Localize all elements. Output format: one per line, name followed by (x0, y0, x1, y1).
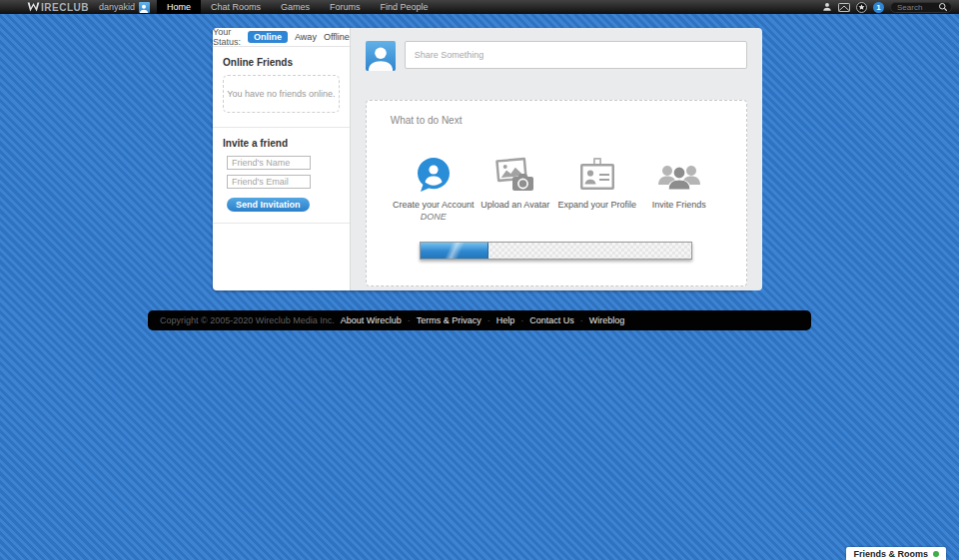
username-label[interactable]: danyakid (99, 2, 135, 12)
user-avatar[interactable] (366, 41, 396, 71)
footer-link-terms[interactable]: Terms & Privacy (417, 315, 481, 325)
status-label: Your Status: (213, 27, 241, 47)
send-invitation-button[interactable]: Send Invitation (227, 198, 310, 212)
todo-expand-profile[interactable]: Expand your Profile (556, 155, 638, 223)
footer-link-about[interactable]: About Wireclub (341, 315, 402, 325)
mail-icon[interactable] (838, 3, 850, 12)
nav-item-find-people[interactable]: Find People (371, 0, 439, 14)
status-away-button[interactable]: Away (295, 32, 317, 42)
todo-create-account[interactable]: Create your Account DONE (393, 155, 475, 223)
main-panel: Your Status: Online Away Offline Online … (213, 28, 752, 290)
nav-item-chat-rooms[interactable]: Chat Rooms (201, 0, 271, 14)
chat-bubble-person-icon (417, 155, 451, 193)
profile-progress-bar (420, 242, 692, 260)
todo-label: Upload an Avatar (480, 200, 549, 210)
status-online-button[interactable]: Online (248, 31, 288, 43)
share-something-input[interactable] (405, 41, 747, 69)
nav-item-games[interactable]: Games (271, 0, 320, 14)
no-friends-message: You have no friends online. (227, 89, 335, 99)
nav-item-forums[interactable]: Forums (320, 0, 371, 14)
friend-name-input[interactable] (227, 156, 311, 170)
todo-label: Expand your Profile (557, 200, 636, 210)
footer-separator: · (580, 315, 583, 325)
no-friends-message-box: You have no friends online. (223, 75, 340, 113)
footer-separator: · (487, 315, 490, 325)
invite-friend-title: Invite a friend (223, 138, 340, 149)
footer-link-help[interactable]: Help (496, 315, 515, 325)
what-to-do-next-box: What to do Next Create your Account DONE (366, 100, 747, 286)
logo-text: IRECLUB (41, 2, 89, 13)
friend-email-input[interactable] (227, 175, 311, 189)
sidebar-divider-2 (213, 223, 350, 224)
todo-upload-avatar[interactable]: Upload an Avatar (475, 155, 556, 223)
photo-camera-icon (495, 155, 535, 193)
copyright-text: Copyright © 2005-2020 Wireclub Media Inc… (160, 315, 335, 325)
friends-sidebar: Your Status: Online Away Offline Online … (213, 28, 351, 290)
footer-link-contact[interactable]: Contact Us (529, 315, 574, 325)
main-nav: Home Chat Rooms Games Forums Find People (157, 0, 439, 14)
footer-bar: Copyright © 2005-2020 Wireclub Media Inc… (148, 310, 811, 330)
top-navigation-bar: IRECLUB danyakid Home Chat Rooms Games F… (0, 0, 959, 14)
id-card-icon (577, 155, 617, 193)
status-offline-button[interactable]: Offline (324, 32, 350, 42)
search-icon[interactable] (938, 2, 948, 12)
search-box[interactable] (890, 2, 952, 13)
user-mini-avatar[interactable] (139, 2, 150, 13)
online-status-dot (933, 551, 939, 557)
wireclub-logo[interactable]: IRECLUB (27, 1, 89, 13)
friends-rooms-widget[interactable]: Friends & Rooms (846, 547, 946, 560)
friends-rooms-label: Friends & Rooms (853, 549, 928, 559)
todo-status-done: DONE (421, 212, 447, 223)
todo-label: Invite Friends (652, 200, 706, 210)
wireclub-logo-icon (27, 1, 40, 13)
star-circle-icon[interactable] (856, 2, 867, 13)
footer-separator: · (408, 315, 411, 325)
sidebar-divider (213, 127, 350, 128)
footer-separator: · (520, 315, 523, 325)
profile-person-icon[interactable] (822, 2, 832, 12)
feed-area: What to do Next Create your Account DONE (351, 28, 762, 290)
nav-item-home[interactable]: Home (157, 0, 201, 14)
people-group-icon (657, 155, 701, 193)
notification-count-badge[interactable]: 1 (873, 2, 884, 13)
status-row: Your Status: Online Away Offline (213, 28, 350, 47)
footer-link-wireblog[interactable]: Wireblog (589, 315, 625, 325)
online-friends-title: Online Friends (223, 57, 340, 68)
todo-invite-friends[interactable]: Invite Friends (638, 155, 720, 223)
progress-fill (421, 243, 488, 259)
search-input[interactable] (897, 3, 938, 12)
todo-title: What to do Next (391, 115, 722, 126)
todo-label: Create your Account (393, 200, 475, 210)
